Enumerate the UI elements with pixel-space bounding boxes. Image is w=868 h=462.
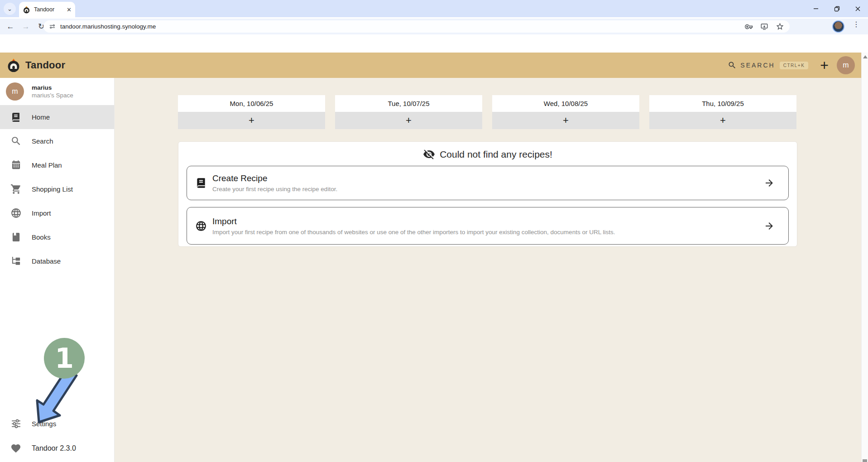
sidebar-item-label: Shopping List xyxy=(32,185,73,193)
page-scrollbar[interactable] xyxy=(861,53,868,462)
sidebar-item-label: Search xyxy=(32,137,53,145)
globe-icon xyxy=(194,220,208,232)
book-icon xyxy=(8,232,24,242)
window-close-icon[interactable] xyxy=(847,0,868,17)
empty-recipes-panel: Could not find any recipes! Create Recip… xyxy=(178,141,797,247)
search-label: SEARCH xyxy=(740,62,775,69)
user-name: marius xyxy=(32,84,73,91)
arrow-right-icon[interactable] xyxy=(764,178,775,188)
journal-icon xyxy=(194,177,208,189)
sidebar-user-block[interactable]: m marius marius's Space xyxy=(0,78,114,105)
sidebar-item-label: Import xyxy=(32,209,51,217)
user-space: marius's Space xyxy=(32,92,73,99)
tandoor-logo-icon[interactable] xyxy=(6,58,21,72)
card-title: Import xyxy=(212,217,764,226)
password-key-icon[interactable] xyxy=(745,23,753,31)
day-add-button[interactable]: + xyxy=(492,112,639,129)
window-minimize-icon[interactable] xyxy=(806,0,826,17)
tab-title: Tandoor xyxy=(34,6,64,13)
card-title: Create Recipe xyxy=(212,173,764,183)
main-content: Mon, 10/06/25 + Tue, 10/07/25 + Wed, 10/… xyxy=(115,78,861,462)
calendar-icon xyxy=(8,160,24,170)
meal-plan-week-row: Mon, 10/06/25 + Tue, 10/07/25 + Wed, 10/… xyxy=(178,95,797,129)
day-column: Tue, 10/07/25 + xyxy=(335,95,482,129)
day-add-button[interactable]: + xyxy=(178,112,325,129)
globe-icon xyxy=(8,207,24,219)
search-icon xyxy=(728,61,737,70)
day-header: Tue, 10/07/25 xyxy=(335,95,482,112)
address-bar[interactable]: tandoor.mariushosting.synology.me xyxy=(43,20,790,33)
cart-icon xyxy=(8,183,24,195)
sidebar-item-books[interactable]: Books xyxy=(0,225,114,249)
bookmark-star-icon[interactable] xyxy=(776,22,784,31)
install-app-icon[interactable] xyxy=(760,23,768,31)
create-plus-button[interactable]: + xyxy=(820,58,829,72)
import-card[interactable]: Import Import your first recipe from one… xyxy=(187,207,789,245)
forward-icon[interactable]: → xyxy=(19,20,33,34)
create-recipe-card[interactable]: Create Recipe Create your first recipe u… xyxy=(187,166,789,200)
sidebar-item-label: Home xyxy=(32,113,50,121)
empty-message: Could not find any recipes! xyxy=(440,149,552,160)
window-restore-icon[interactable] xyxy=(826,0,847,17)
browser-tab[interactable]: Tandoor ✕ xyxy=(19,2,75,17)
day-add-button[interactable]: + xyxy=(649,112,796,129)
sidebar: m marius marius's Space Home Search xyxy=(0,78,115,462)
sidebar-item-database[interactable]: Database xyxy=(0,249,114,273)
sidebar-item-settings[interactable]: Settings xyxy=(0,412,114,436)
day-header: Wed, 10/08/25 xyxy=(492,95,639,112)
eye-off-icon xyxy=(423,148,435,160)
header-search-button[interactable]: SEARCH CTRL+K xyxy=(728,61,808,70)
day-column: Thu, 10/09/25 + xyxy=(649,95,796,129)
card-description: Import your first recipe from one of tho… xyxy=(212,229,764,236)
tandoor-favicon-icon xyxy=(23,6,30,14)
app-title[interactable]: Tandoor xyxy=(25,59,65,71)
sidebar-item-label: Meal Plan xyxy=(32,161,62,169)
version-row[interactable]: Tandoor 2.3.0 xyxy=(0,436,114,461)
journal-icon xyxy=(8,112,24,123)
user-avatar[interactable]: m xyxy=(837,56,855,74)
tune-sliders-icon xyxy=(8,418,24,429)
page-top-gap xyxy=(0,34,868,53)
site-info-icon[interactable] xyxy=(49,23,56,30)
day-column: Wed, 10/08/25 + xyxy=(492,95,639,129)
card-description: Create your first recipe using the recip… xyxy=(212,186,764,192)
browser-profile-avatar[interactable] xyxy=(832,20,844,33)
back-icon[interactable]: ← xyxy=(4,20,17,34)
day-add-button[interactable]: + xyxy=(335,112,482,129)
heart-icon xyxy=(8,443,24,454)
sidebar-item-home[interactable]: Home xyxy=(0,105,114,129)
url-text: tandoor.mariushosting.synology.me xyxy=(60,23,738,30)
arrow-right-icon[interactable] xyxy=(764,221,775,231)
sidebar-item-label: Database xyxy=(32,257,61,265)
browser-menu-icon[interactable]: ⋮ xyxy=(853,20,860,29)
tab-search-chevron-icon[interactable]: ⌄ xyxy=(4,3,16,15)
sidebar-item-label: Settings xyxy=(32,420,56,428)
day-header: Thu, 10/09/25 xyxy=(649,95,796,112)
search-icon xyxy=(8,135,24,147)
sidebar-user-avatar: m xyxy=(6,82,24,101)
app-header: Tandoor SEARCH CTRL+K + m xyxy=(0,53,861,78)
search-shortcut-badge: CTRL+K xyxy=(780,62,809,69)
file-tree-icon xyxy=(8,256,24,266)
scrollbar-down-icon[interactable] xyxy=(863,459,867,462)
day-header: Mon, 10/06/25 xyxy=(178,95,325,112)
browser-tabstrip: ⌄ Tandoor ✕ xyxy=(0,0,868,17)
sidebar-item-shopping-list[interactable]: Shopping List xyxy=(0,177,114,201)
sidebar-item-label: Books xyxy=(32,233,51,241)
day-column: Mon, 10/06/25 + xyxy=(178,95,325,129)
sidebar-item-search[interactable]: Search xyxy=(0,129,114,153)
sidebar-item-import[interactable]: Import xyxy=(0,201,114,225)
scrollbar-up-icon[interactable] xyxy=(863,55,868,58)
tab-close-icon[interactable]: ✕ xyxy=(67,6,72,13)
sidebar-item-meal-plan[interactable]: Meal Plan xyxy=(0,153,114,177)
app-version: Tandoor 2.3.0 xyxy=(32,444,76,452)
